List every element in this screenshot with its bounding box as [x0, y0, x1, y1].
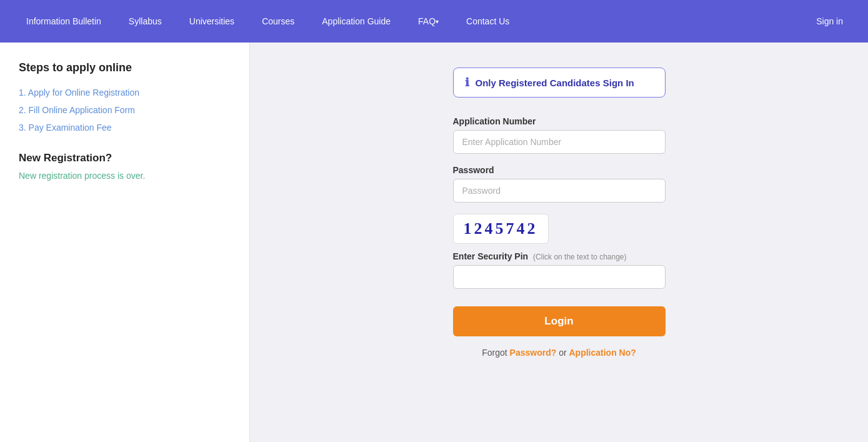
app-number-input[interactable] — [453, 130, 666, 154]
nav-universities[interactable]: Universities — [176, 0, 248, 43]
security-pin-input[interactable] — [453, 265, 666, 289]
steps-list: 1. Apply for Online Registration 2. Fill… — [19, 87, 231, 133]
steps-title: Steps to apply online — [19, 61, 231, 74]
step-1[interactable]: 1. Apply for Online Registration — [19, 87, 231, 98]
main-layout: Steps to apply online 1. Apply for Onlin… — [0, 43, 868, 442]
app-number-label: Application Number — [453, 116, 666, 126]
forgot-prefix: Forgot — [482, 348, 509, 358]
password-label: Password — [453, 165, 666, 175]
nav-faq[interactable]: FAQ — [404, 0, 452, 43]
captcha-box[interactable]: 1245742 — [453, 214, 549, 244]
new-registration-text: New registration process is over. — [19, 171, 231, 181]
nav-application-guide[interactable]: Application Guide — [308, 0, 404, 43]
captcha-text: 1245742 — [464, 219, 538, 238]
notice-text: Only Registered Candidates Sign In — [476, 78, 634, 88]
sidebar: Steps to apply online 1. Apply for Onlin… — [0, 43, 250, 442]
step-2-link[interactable]: 2. Fill Online Application Form — [19, 105, 135, 115]
forgot-row: Forgot Password? or Application No? — [453, 348, 666, 358]
password-group: Password — [453, 165, 666, 203]
notice-box: ℹ Only Registered Candidates Sign In — [453, 68, 666, 98]
security-label-row: Enter Security Pin (Click on the text to… — [453, 251, 666, 261]
content-area: ℹ Only Registered Candidates Sign In App… — [250, 43, 868, 442]
nav-signin[interactable]: Sign in — [804, 16, 856, 26]
info-icon: ℹ — [465, 76, 469, 89]
security-pin-label: Enter Security Pin — [453, 251, 529, 261]
forgot-password-link[interactable]: Password? — [510, 348, 557, 358]
login-form-card: ℹ Only Registered Candidates Sign In App… — [453, 68, 666, 358]
nav-information-bulletin[interactable]: Information Bulletin — [12, 0, 115, 43]
forgot-or: or — [556, 348, 569, 358]
step-3-link[interactable]: 3. Pay Examination Fee — [19, 123, 112, 133]
navbar: Information Bulletin Syllabus Universiti… — [0, 0, 868, 43]
step-2[interactable]: 2. Fill Online Application Form — [19, 104, 231, 116]
security-pin-hint: (Click on the text to change) — [533, 253, 626, 261]
step-1-link[interactable]: 1. Apply for Online Registration — [19, 88, 139, 98]
step-3[interactable]: 3. Pay Examination Fee — [19, 122, 231, 133]
security-pin-group: Enter Security Pin (Click on the text to… — [453, 251, 666, 289]
nav-syllabus[interactable]: Syllabus — [115, 0, 176, 43]
password-input[interactable] — [453, 179, 666, 203]
nav-courses[interactable]: Courses — [248, 0, 308, 43]
nav-items: Information Bulletin Syllabus Universiti… — [12, 0, 804, 43]
nav-contact-us[interactable]: Contact Us — [452, 0, 523, 43]
login-button[interactable]: Login — [453, 306, 666, 336]
new-registration-title: New Registration? — [19, 152, 231, 164]
app-number-group: Application Number — [453, 116, 666, 154]
forgot-app-no-link[interactable]: Application No? — [569, 348, 636, 358]
